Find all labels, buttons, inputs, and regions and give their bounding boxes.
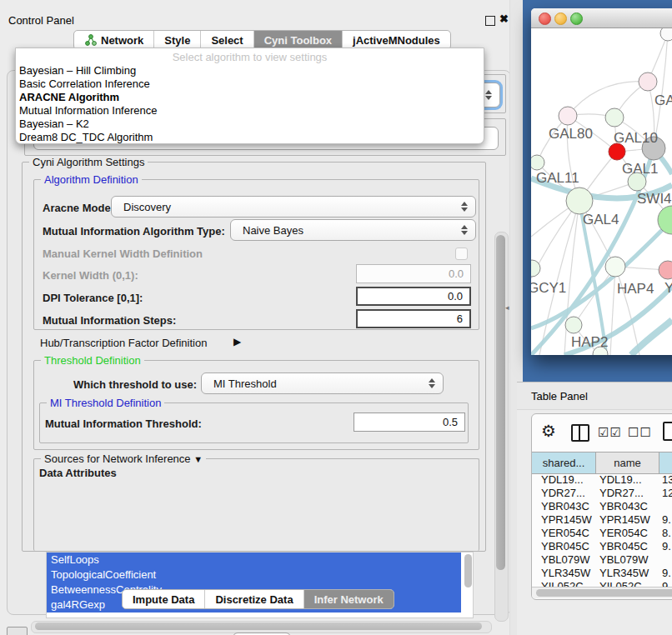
table-row[interactable]: YBL079WYBL079W [532,553,672,567]
dropdown-option[interactable]: Dream8 DC_TDC Algorithm [19,131,153,144]
hub-definition-label[interactable]: Hub/Transcription Factor Definition [40,337,207,349]
combo-stepper-icon [485,90,492,100]
mi-threshold-field[interactable]: 0.5 [354,412,465,432]
tab-select[interactable]: Select [201,31,253,49]
table-panel-region: Table Panel ⚙ ☑☑ ☐☐ shared... name A YDL… [517,382,672,635]
scrollbar-thumb[interactable] [35,622,482,630]
which-threshold-combobox[interactable]: MI Threshold [201,372,444,394]
dropdown-option[interactable]: Basic Correlation Inference [19,78,150,91]
dropdown-option[interactable]: Bayesian – K2 [19,118,89,131]
tab-network[interactable]: Network [74,31,154,49]
network-view-window[interactable]: GAL GAL80 GAL10 GAL1 GAL11 SWI4 GAL4 GCY… [531,8,672,355]
table-row[interactable]: YBR045CYBR045C9. [532,540,672,553]
column-header-shared-name[interactable]: shared... [532,452,596,473]
node[interactable] [660,28,672,41]
dpi-tolerance-label: DPI Tolerance [0,1]: [43,292,143,304]
tab-style[interactable]: Style [154,31,201,49]
dropdown-option[interactable]: Bayesian – Hill Climbing [19,64,136,78]
node-table-panel: ⚙ ☑☑ ☐☐ shared... name A YDL19...YDL19..… [531,413,672,600]
table-panel-title: Table Panel [531,390,588,402]
kernel-width-field[interactable]: 0.0 [356,264,471,283]
tab-cyni-toolbox[interactable]: Cyni Toolbox [254,31,343,49]
float-window-icon[interactable] [485,16,495,26]
dropdown-option[interactable]: Mutual Information Inference [19,104,157,118]
node-label: GAL11 [536,170,579,186]
column-header-name[interactable]: name [596,452,659,473]
scrollbar-thumb[interactable] [536,589,672,597]
scrollbar-thumb[interactable] [496,235,505,570]
node-label: HAP2 [571,334,608,350]
sources-title[interactable]: Sources for Network Inference ▼ [41,452,206,465]
node-hap4[interactable] [605,257,625,277]
kernel-width-label: Kernel Width (0,1): [43,269,138,282]
table-horizontal-scrollbar[interactable] [532,587,672,598]
node-gal11[interactable] [531,155,544,170]
node-label: GCY1 [531,280,566,296]
table-row[interactable]: YLR345WYLR345W9. [532,567,672,580]
node-labels: GAL GAL80 GAL10 GAL1 GAL11 SWI4 GAL4 GCY… [531,92,672,350]
table-row[interactable]: YPR145WYPR145W9. [532,513,672,527]
table-row[interactable]: YDL19...YDL19...13 [532,473,672,487]
list-item[interactable]: TopologicalCoefficient [47,568,461,582]
mi-steps-field[interactable]: 6 [356,309,471,328]
which-threshold-label: Which threshold to use: [73,378,197,391]
node-hap2[interactable] [565,317,582,333]
node-gal1-selected[interactable] [609,143,625,160]
mi-threshold-definition-title: MI Threshold Definition [47,397,164,409]
algorithm-definition-title: Algorithm Definition [41,173,142,186]
node-gal4[interactable] [566,188,593,214]
node-label: GAL10 [614,130,658,146]
combo-stepper-icon [461,202,468,212]
gear-icon[interactable]: ⚙ [541,421,556,441]
dropdown-option-selected[interactable]: ARACNE Algorithm [19,91,119,104]
threshold-definition-title: Threshold Definition [41,354,144,367]
table-panel-titlebar: Table Panel [517,382,672,410]
network-icon [84,34,97,46]
table-row[interactable]: YIL052CYIL052C9. [532,580,672,587]
hub-expand-arrow-icon[interactable]: ▶ [233,336,241,348]
zoom-traffic-light-icon[interactable] [570,12,583,25]
table-row[interactable]: YDR27...YDR27...12 [532,487,672,500]
list-item[interactable]: SelfLoops [47,552,461,568]
mi-algorithm-type-combobox[interactable]: Naive Bayes [230,219,476,241]
node-label: GAL [654,92,672,108]
splitter-collapse-arrow-icon[interactable]: ◂ [505,303,509,312]
close-icon[interactable]: ✖ [499,12,509,25]
column-header-partial[interactable]: A [659,452,672,473]
dpi-tolerance-field[interactable]: 0.0 [356,287,471,306]
tab-infer-network[interactable]: Infer Network [304,590,394,608]
close-traffic-light-icon[interactable] [539,12,551,25]
partial-corner-button[interactable] [7,627,28,635]
cyni-algorithm-settings-group: Cyni Algorithm Settings Algorithm Defini… [22,162,486,552]
table-row[interactable]: YBR043CYBR043C [532,500,672,513]
settings-vertical-scrollbar[interactable] [494,232,509,622]
tab-discretize-data[interactable]: Discretize Data [205,590,303,608]
network-window-titlebar[interactable] [531,8,672,28]
control-panel-title: Control Panel [8,14,74,27]
node[interactable] [659,261,672,279]
list-scrollbar[interactable] [464,554,472,588]
aracne-mode-combobox[interactable]: Discovery [111,196,476,218]
export-table-icon[interactable] [663,422,672,441]
table-body: YDL19...YDL19...13 YDR27...YDR27...12 YB… [532,473,672,587]
table-row[interactable]: YER054CYER054C8. [532,527,672,540]
network-canvas[interactable]: GAL GAL80 GAL10 GAL1 GAL11 SWI4 GAL4 GCY… [531,28,672,355]
node-label: HAP4 [617,281,654,297]
node-gal10[interactable] [605,108,624,127]
column-layout-icon[interactable] [571,424,589,442]
manual-kernel-width-checkbox[interactable] [455,248,468,260]
table-header-row: shared... name A [532,452,672,474]
node[interactable] [639,72,657,91]
node-label: SWI4 [637,191,672,207]
settings-horizontal-scrollbar[interactable] [31,621,492,633]
combo-stepper-icon [461,225,468,235]
minimize-traffic-light-icon[interactable] [554,12,567,25]
select-all-checkboxes-icon[interactable]: ☑☑ [598,425,622,440]
bottom-tabbar: Impute Data Discretize Data Infer Networ… [122,589,394,609]
deselect-all-checkboxes-icon[interactable]: ☐☐ [628,425,652,440]
algorithm-dropdown-list[interactable]: Select algorithm to view settings Bayesi… [15,48,484,144]
node-gal80[interactable] [559,107,577,125]
tab-impute-data[interactable]: Impute Data [123,590,205,608]
tab-jactivemnodules[interactable]: jActiveMNodules [343,31,450,49]
mi-threshold-definition-group: MI Threshold Definition Mutual Informati… [39,402,469,443]
